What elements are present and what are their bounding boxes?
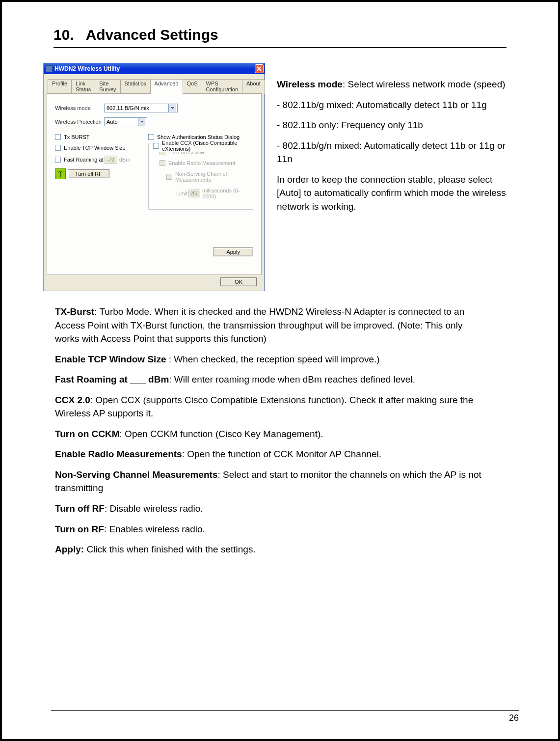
enable-ccx-checkbox[interactable]: [153, 143, 159, 149]
body-item-bold: CCX 2.0: [55, 395, 90, 405]
tx-burst-label: Tx BURST: [64, 134, 90, 140]
body-item-bold: Turn on CCKM: [55, 429, 120, 439]
wm-opt2: - 802.11b only: Frequency only 11b: [277, 118, 519, 132]
app-window: HWDN2 Wireless Utility ProfileLink Statu…: [43, 63, 265, 291]
body-item-bold: Enable Radio Measurements: [55, 449, 182, 459]
turn-off-rf-button[interactable]: Turn off RF: [68, 169, 109, 178]
enable-ccx-label: Enable CCX (Cisco Compatible eXtensions): [162, 140, 251, 152]
tabs-row: ProfileLink StatusSite SurveyStatisticsA…: [47, 79, 262, 94]
body-item: Turn on RF: Enables wireless radio.: [55, 522, 489, 536]
body-item-rest: : Disable wireless radio.: [105, 503, 203, 514]
body-item-rest: : Open CCKM function (Cisco Key Manageme…: [120, 429, 323, 439]
wireless-protection-label: Wireless Protection: [55, 119, 104, 125]
body-item-rest: : Open the function of CCK Monitor AP Ch…: [182, 449, 381, 459]
tab-site-survey[interactable]: Site Survey: [95, 79, 120, 94]
wm-opt1: - 802.11b/g mixed: Automatically detect …: [277, 98, 519, 112]
wireless-protection-value: Auto: [105, 119, 138, 125]
body-item: Fast Roaming at ___ dBm: Will enter roam…: [55, 373, 489, 386]
body-item-bold: Turn off RF: [55, 503, 105, 514]
body-item-bold: Enable TCP Window Size: [55, 354, 169, 364]
body-item: Non-Serving Channel Measurements: Select…: [55, 468, 489, 495]
body-item-rest: : Will enter roaming mode when dBm reach…: [169, 374, 415, 384]
body-item: Enable TCP Window Size : When checked, t…: [55, 353, 489, 366]
chevron-down-icon[interactable]: [168, 104, 176, 112]
wireless-mode-select[interactable]: 802.11 B/G/N mix: [104, 104, 178, 112]
wm-note: In order to keep the connection stable, …: [277, 173, 519, 214]
tcp-window-label: Enable TCP Window Size: [64, 145, 126, 151]
titlebar: HWDN2 Wireless Utility: [44, 63, 265, 74]
body-item: Turn off RF: Disable wireless radio.: [55, 502, 489, 516]
app-icon: [46, 65, 53, 72]
fast-roaming-label: Fast Roaming at: [64, 157, 104, 163]
body-item-rest: : Turbo Mode. When it is checked and the…: [55, 306, 464, 344]
body-item-bold: Apply:: [55, 544, 84, 554]
body-item-rest: : Enables wireless radio.: [104, 524, 205, 534]
section-heading: 10. Advanced Settings: [53, 27, 507, 48]
body-item-bold: Non-Serving Channel Measurements: [55, 469, 218, 480]
show-auth-checkbox[interactable]: [148, 134, 154, 140]
nonserving-checkbox: [166, 174, 172, 180]
wm-bold: Wireless mode: [277, 79, 343, 89]
apply-button[interactable]: Apply: [213, 247, 253, 256]
radio-meas-checkbox: [160, 160, 165, 166]
limit-value: 250: [188, 190, 200, 197]
show-auth-label: Show Authentication Status Dialog: [157, 134, 240, 140]
tab-advanced[interactable]: Advanced: [150, 79, 183, 94]
body-description: TX-Burst: Turbo Mode. When it is checked…: [55, 305, 489, 556]
window-title: HWDN2 Wireless Utility: [54, 65, 255, 72]
ok-button[interactable]: OK: [220, 277, 257, 286]
body-item: Apply: Click this when finished with the…: [55, 543, 489, 556]
advanced-panel: Wireless mode 802.11 B/G/N mix Wireless …: [47, 93, 262, 275]
body-item: Turn on CCKM: Open CCKM function (Cisco …: [55, 427, 489, 441]
wm-opt3: - 802.11b/g/n mixed: Automatically detec…: [277, 139, 519, 166]
close-icon[interactable]: [255, 64, 264, 73]
body-item-bold: TX-Burst: [55, 306, 94, 317]
page-number: 26: [509, 713, 519, 723]
body-item-bold: Turn on RF: [55, 524, 104, 534]
ccx-groupbox: Enable CCX (Cisco Compatible eXtensions)…: [148, 143, 253, 210]
wireless-protection-select[interactable]: Auto: [104, 117, 147, 126]
fast-roaming-checkbox[interactable]: [55, 157, 61, 163]
tab-about[interactable]: About: [242, 79, 265, 94]
fast-roaming-unit: dBm: [119, 157, 131, 163]
wireless-mode-value: 802.11 B/G/N mix: [105, 105, 168, 111]
limit-label: Limit: [176, 191, 187, 196]
wm-rest: : Select wireless network mode (speed): [343, 79, 506, 89]
section-number: 10.: [53, 27, 74, 43]
rf-antenna-icon: [55, 168, 66, 179]
tab-qos[interactable]: QoS: [183, 79, 202, 94]
tab-link-status[interactable]: Link Status: [71, 79, 95, 94]
body-item-bold: Fast Roaming at ___ dBm: [55, 374, 169, 384]
chevron-down-icon[interactable]: [138, 118, 145, 126]
tab-statistics[interactable]: Statistics: [120, 79, 151, 94]
fast-roaming-value[interactable]: -70: [105, 156, 117, 164]
footer-rule: [51, 710, 519, 711]
body-item: CCX 2.0: Open CCX (supports Cisco Compat…: [55, 393, 489, 420]
tcp-window-checkbox[interactable]: [55, 145, 61, 151]
side-description: Wireless mode: Select wireless network m…: [277, 78, 519, 220]
body-item-rest: Click this when finished with the settin…: [84, 544, 256, 554]
body-item: Enable Radio Measurements: Open the func…: [55, 447, 489, 461]
tx-burst-checkbox[interactable]: [55, 134, 61, 140]
wireless-mode-label: Wireless mode: [55, 105, 104, 111]
limit-unit: milliseconds (0-2000): [202, 188, 249, 199]
nonserving-label: Non-Serving Channel Measurements: [175, 171, 249, 183]
body-item-rest: : When checked, the reception speed will…: [169, 354, 380, 364]
body-item: TX-Burst: Turbo Mode. When it is checked…: [55, 305, 489, 346]
tab-wps-configuration[interactable]: WPS Configuration: [202, 79, 242, 94]
body-item-rest: : Open CCX (supports Cisco Compatible Ex…: [55, 395, 473, 419]
radio-meas-label: Enable Radio Measurement: [168, 160, 235, 166]
tab-profile[interactable]: Profile: [48, 79, 72, 94]
section-title-text: Advanced Settings: [86, 27, 218, 43]
